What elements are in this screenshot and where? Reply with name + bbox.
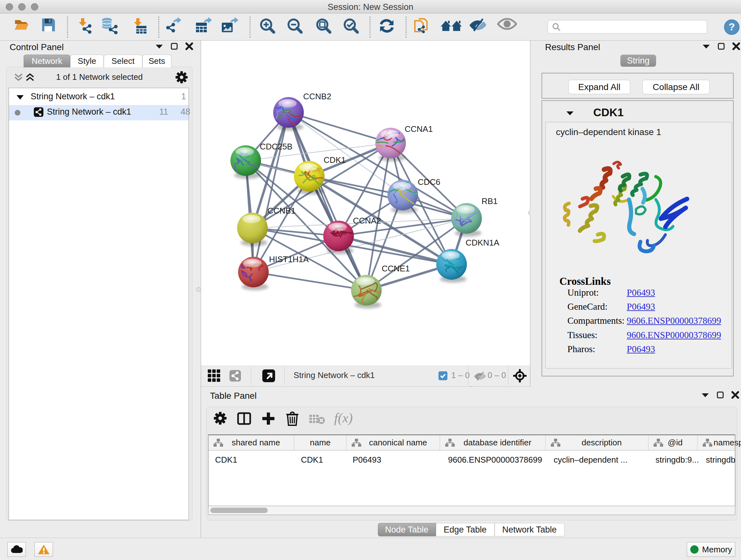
svg-text:?: ? xyxy=(729,21,735,33)
